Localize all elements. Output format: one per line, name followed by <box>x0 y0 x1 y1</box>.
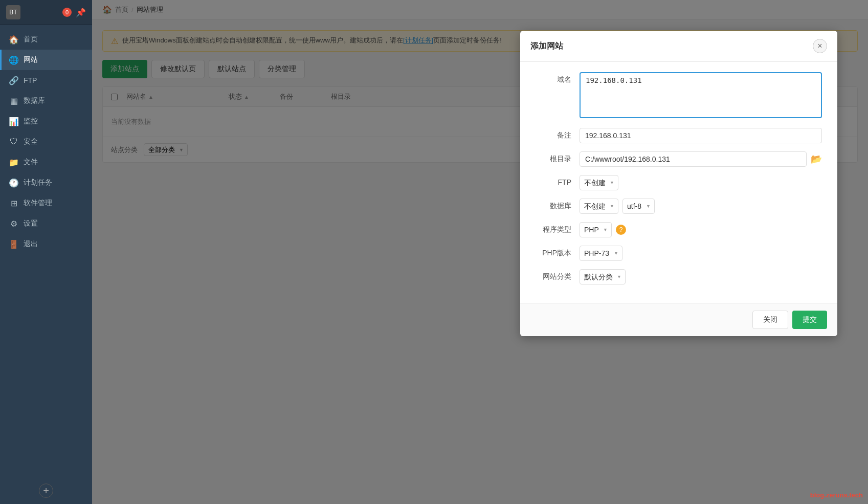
sidebar-item-label: 首页 <box>24 35 38 44</box>
ftp-field: 不创建 <box>580 175 822 190</box>
database-icon: ▦ <box>9 96 18 105</box>
sidebar-item-website[interactable]: 🌐 网站 <box>0 50 92 70</box>
add-site-modal: 添加网站 × 域名 192.168.0.131 备注 <box>520 31 837 336</box>
sidebar-item-label: 设置 <box>24 219 38 228</box>
shield-icon: 🛡 <box>9 137 18 146</box>
form-row-domain: 域名 192.168.0.131 <box>536 72 822 120</box>
remark-field <box>580 128 822 143</box>
main-content: 🏠 首页 / 网站管理 ⚠ 使用宝塔Windows面板创建站点时会自动创建权限配… <box>92 0 868 504</box>
software-icon: ⊞ <box>9 199 18 208</box>
sidebar-logo: BT <box>6 5 20 19</box>
sidebar-item-home[interactable]: 🏠 首页 <box>0 29 92 50</box>
modal-title: 添加网站 <box>530 41 563 52</box>
form-row-ftp: FTP 不创建 <box>536 175 822 190</box>
domain-field: 192.168.0.131 <box>580 72 822 120</box>
ftp-label: FTP <box>536 175 571 186</box>
sidebar-add-section: + <box>0 477 92 504</box>
rootdir-field: 📂 <box>580 151 822 167</box>
database-select-wrapper: 不创建 <box>580 199 618 214</box>
submit-button[interactable]: 提交 <box>792 311 827 329</box>
sidebar-header: BT 0 📌 <box>0 0 92 25</box>
sidebar-item-monitor[interactable]: 📊 监控 <box>0 111 92 132</box>
gear-icon: ⚙ <box>9 219 18 228</box>
logout-icon: 🚪 <box>9 239 18 249</box>
sidebar-item-label: 计划任务 <box>24 178 52 187</box>
sidebar-item-label: 网站 <box>24 55 38 64</box>
remark-label: 备注 <box>536 128 571 140</box>
sidebar-item-files[interactable]: 📁 文件 <box>0 152 92 172</box>
home-icon: 🏠 <box>9 35 18 44</box>
encoding-select-wrapper: utf-8 <box>622 199 655 214</box>
rootdir-input[interactable] <box>580 151 807 167</box>
sidebar-nav: 🏠 首页 🌐 网站 🔗 FTP ▦ 数据库 📊 监控 🛡 安全 📁 文件 🕐 <box>0 25 92 477</box>
rootdir-input-group: 📂 <box>580 151 822 167</box>
form-row-program: 程序类型 PHP ? <box>536 222 822 237</box>
sidebar-item-label: 软件管理 <box>24 199 52 208</box>
form-row-category: 网站分类 默认分类 <box>536 269 822 284</box>
add-button[interactable]: + <box>39 484 53 498</box>
sidebar-item-ftp[interactable]: 🔗 FTP <box>0 70 92 91</box>
files-icon: 📁 <box>9 158 18 167</box>
sidebar-item-label: 安全 <box>24 137 38 146</box>
program-field: PHP ? <box>580 222 822 237</box>
php-select[interactable]: PHP-73 <box>580 246 622 261</box>
sidebar-item-security[interactable]: 🛡 安全 <box>0 132 92 152</box>
modal-close-button[interactable]: × <box>813 39 827 53</box>
remark-input[interactable] <box>580 128 822 143</box>
modal-footer: 关闭 提交 <box>520 303 837 336</box>
database-label: 数据库 <box>536 199 571 211</box>
folder-icon[interactable]: 📂 <box>811 154 822 165</box>
php-field: PHP-73 <box>580 246 822 261</box>
form-row-database: 数据库 不创建 utf-8 <box>536 199 822 214</box>
tasks-icon: 🕐 <box>9 178 18 187</box>
modal-category-select[interactable]: 默认分类 <box>580 269 626 284</box>
category-field: 默认分类 <box>580 269 822 284</box>
sidebar-item-settings[interactable]: ⚙ 设置 <box>0 213 92 234</box>
sidebar-item-label: FTP <box>24 76 37 84</box>
php-label: PHP版本 <box>536 246 571 258</box>
modal-body: 域名 192.168.0.131 备注 根目录 <box>520 62 837 303</box>
modal-header: 添加网站 × <box>520 31 837 62</box>
sidebar-item-label: 文件 <box>24 158 38 167</box>
program-select-wrapper: PHP <box>580 222 612 237</box>
database-field: 不创建 utf-8 <box>580 199 822 214</box>
sidebar-item-label: 数据库 <box>24 96 45 105</box>
sidebar-item-database[interactable]: ▦ 数据库 <box>0 91 92 111</box>
program-info-icon[interactable]: ? <box>616 225 626 235</box>
sidebar-item-label: 监控 <box>24 117 38 126</box>
website-icon: 🌐 <box>9 55 18 64</box>
sidebar: BT 0 📌 🏠 首页 🌐 网站 🔗 FTP ▦ 数据库 📊 监控 🛡 安全 <box>0 0 92 504</box>
sidebar-item-tasks[interactable]: 🕐 计划任务 <box>0 172 92 193</box>
ftp-icon: 🔗 <box>9 76 18 85</box>
sidebar-item-label: 退出 <box>24 239 38 249</box>
monitor-icon: 📊 <box>9 117 18 126</box>
rootdir-label: 根目录 <box>536 151 571 164</box>
database-select[interactable]: 不创建 <box>580 199 618 214</box>
category-label: 网站分类 <box>536 269 571 281</box>
php-select-wrapper: PHP-73 <box>580 246 622 261</box>
modal-overlay: 添加网站 × 域名 192.168.0.131 备注 <box>92 0 868 504</box>
domain-label: 域名 <box>536 72 571 84</box>
encoding-select[interactable]: utf-8 <box>622 199 655 214</box>
form-row-rootdir: 根目录 📂 <box>536 151 822 167</box>
watermark: blog.zeruns.tech <box>810 491 863 499</box>
ftp-select-wrapper: 不创建 <box>580 175 618 190</box>
sidebar-item-software[interactable]: ⊞ 软件管理 <box>0 193 92 213</box>
program-select[interactable]: PHP <box>580 222 612 237</box>
domain-textarea[interactable]: 192.168.0.131 <box>580 72 822 118</box>
form-row-remark: 备注 <box>536 128 822 143</box>
sidebar-item-logout[interactable]: 🚪 退出 <box>0 234 92 254</box>
cancel-button[interactable]: 关闭 <box>752 311 788 329</box>
program-label: 程序类型 <box>536 222 571 234</box>
pin-icon[interactable]: 📌 <box>76 8 86 17</box>
form-row-php: PHP版本 PHP-73 <box>536 246 822 261</box>
notification-badge: 0 <box>62 8 72 17</box>
modal-category-select-wrapper: 默认分类 <box>580 269 626 284</box>
ftp-select[interactable]: 不创建 <box>580 175 618 190</box>
